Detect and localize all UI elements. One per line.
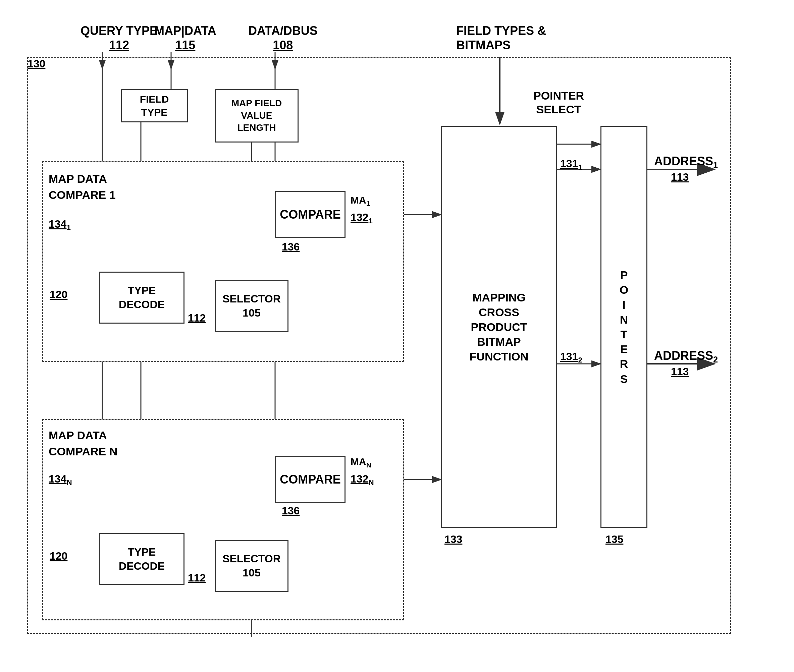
ref-132-n: 132N [351, 473, 374, 487]
mapping-function-box: MAPPINGCROSSPRODUCTBITMAPFUNCTION [441, 126, 557, 528]
type-decode-n-box: TYPEDECODE [99, 533, 184, 585]
field-type-box: FIELDTYPE [121, 89, 188, 122]
address-1-label: ADDRESS1 [654, 154, 718, 170]
map-data-compare-n-label: MAP DATACOMPARE N [49, 427, 117, 459]
ref-130: 130 [27, 58, 45, 70]
ref-108: 108 [273, 38, 293, 52]
ref-112-1: 112 [188, 312, 206, 324]
field-types-label: FIELD TYPES & BITMAPS [456, 24, 546, 52]
ref-115: 115 [175, 38, 195, 52]
ref-131-1: 1311 [560, 158, 582, 172]
data-dbus-label: DATA/DBUS 108 [248, 24, 318, 52]
ref-132-1: 1321 [351, 211, 373, 226]
compare-1-box: COMPARE [275, 191, 346, 238]
ref-135: 135 [605, 533, 623, 546]
ref-120-n: 120 [50, 550, 67, 562]
man-label: MAN [351, 456, 371, 469]
ref-136-1: 136 [282, 241, 299, 253]
ref-134-1: 1341 [49, 218, 71, 232]
selector-n-box: SELECTOR105 [215, 540, 288, 592]
ref-120-1: 120 [50, 288, 67, 301]
ref-113-1: 113 [671, 171, 689, 183]
type-decode-1-box: TYPEDECODE [99, 272, 184, 323]
ref-136-n: 136 [282, 505, 299, 517]
ref-134-n: 134N [49, 473, 72, 487]
ref-133: 133 [445, 533, 462, 546]
ref-113-2: 113 [671, 365, 689, 378]
pointer-select-label: POINTERSELECT [533, 89, 584, 116]
map-data-compare-1-label: MAP DATACOMPARE 1 [49, 171, 116, 203]
compare-n-box: COMPARE [275, 456, 346, 503]
map-field-value-length-box: MAP FIELDVALUELENGTH [215, 89, 299, 142]
ref-112-n: 112 [188, 572, 206, 584]
ma1-label: MA1 [351, 195, 370, 208]
address-2-label: ADDRESS2 [654, 349, 718, 365]
pointers-box: POINTERS [600, 126, 647, 528]
ref-131-2: 1312 [560, 350, 582, 365]
map-data-label: MAP|DATA 115 [154, 24, 216, 52]
ref-112-top: 112 [109, 38, 129, 52]
selector-1-box: SELECTOR105 [215, 280, 288, 332]
diagram: QUERY TYPE 112 MAP|DATA 115 DATA/DBUS 10… [20, 17, 772, 654]
query-type-label: QUERY TYPE 112 [80, 24, 158, 52]
